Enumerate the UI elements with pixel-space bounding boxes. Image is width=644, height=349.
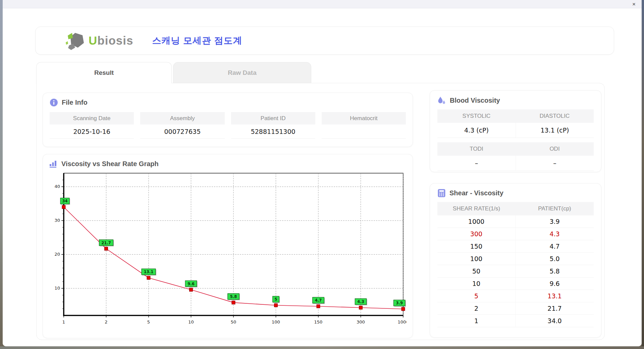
left-column: File Info Scanning Date2025-10-16Assembl… xyxy=(43,90,413,338)
tab-bar: Result Raw Data xyxy=(36,62,311,83)
blood-viscosity-bands: SYSTOLICDIASTOLIC4.3 (cP)13.1 (cP)TODIOD… xyxy=(437,109,594,171)
file-info-field: Assembly000727635 xyxy=(140,112,224,139)
blood-viscosity-band: TODIODI–– xyxy=(437,142,594,171)
table-row: 1504.7 xyxy=(437,240,594,253)
app-title: 스캐닝 모세관 점도계 xyxy=(152,35,242,47)
patient-viscosity-cell: 13.1 xyxy=(516,290,594,302)
close-icon[interactable]: × xyxy=(631,1,637,7)
desktop-edge-right xyxy=(642,0,644,349)
svg-text:21.7: 21.7 xyxy=(101,241,111,245)
shear-rate-cell: 5 xyxy=(437,290,516,302)
file-info-title-row: File Info xyxy=(50,98,406,107)
table-row: 3004.3 xyxy=(437,228,594,240)
table-row: 1005.0 xyxy=(437,253,594,265)
file-info-fields: Scanning Date2025-10-16Assembly000727635… xyxy=(50,112,406,139)
patient-viscosity-cell: 5.8 xyxy=(516,265,594,277)
bv-metric-value: – xyxy=(437,156,516,171)
svg-text:10: 10 xyxy=(188,319,194,325)
file-info-field-label: Assembly xyxy=(140,112,224,124)
file-info-title: File Info xyxy=(62,99,88,106)
svg-text:50: 50 xyxy=(231,319,236,325)
blood-viscosity-band: SYSTOLICDIASTOLIC4.3 (cP)13.1 (cP) xyxy=(437,109,594,138)
shear-rate-cell: 150 xyxy=(437,240,516,252)
shear-viscosity-title-row: Shear - Viscosity xyxy=(437,189,594,197)
logo-letter-u: U xyxy=(89,34,97,47)
svg-text:1000: 1000 xyxy=(397,319,407,325)
svg-text:40: 40 xyxy=(54,184,60,189)
app-window: × Ubiosis 스캐닝 모세관 점도계 Result Raw Data xyxy=(3,0,642,346)
blood-viscosity-title: Blood Viscosity xyxy=(450,97,500,104)
patient-viscosity-cell: 4.7 xyxy=(516,240,594,252)
file-info-field-value xyxy=(322,124,406,139)
patient-viscosity-cell: 5.0 xyxy=(516,253,594,265)
svg-text:5: 5 xyxy=(274,297,277,302)
file-info-field-label: Patient ID xyxy=(231,112,315,124)
svg-text:150: 150 xyxy=(314,319,323,325)
shear-col-header-patient: PATIENT(cp) xyxy=(516,202,594,215)
svg-text:34: 34 xyxy=(62,199,67,203)
svg-text:1: 1 xyxy=(62,319,65,325)
table-row: 134.0 xyxy=(437,315,594,327)
shear-rate-cell: 100 xyxy=(437,253,516,265)
bv-metric-value: 4.3 (cP) xyxy=(437,123,516,138)
graph-card: Viscosity vs Shear Rate Graph 1251050100… xyxy=(43,154,413,338)
blood-viscosity-title-row: Blood Viscosity xyxy=(437,96,594,105)
logo-letters-rest: biosis xyxy=(97,34,133,47)
tab-result[interactable]: Result xyxy=(36,62,172,83)
file-info-field: Patient ID52881151300 xyxy=(231,112,315,139)
blood-viscosity-card: Blood Viscosity SYSTOLICDIASTOLIC4.3 (cP… xyxy=(430,90,601,172)
result-panel: File Info Scanning Date2025-10-16Assembl… xyxy=(36,83,605,340)
info-icon xyxy=(50,98,58,107)
viscosity-chart: 12510501001503001000102030403421.713.19.… xyxy=(49,170,407,332)
bv-metric-value: – xyxy=(516,156,594,171)
svg-text:2: 2 xyxy=(105,319,107,325)
logo-text: Ubiosis xyxy=(89,34,133,47)
svg-text:5: 5 xyxy=(147,319,150,325)
viscosity-chart-svg: 12510501001503001000102030403421.713.19.… xyxy=(49,170,407,331)
table-row: 505.8 xyxy=(437,265,594,278)
bv-metric-value: 13.1 (cP) xyxy=(516,123,594,138)
file-info-field: Scanning Date2025-10-16 xyxy=(50,112,134,139)
patient-viscosity-cell: 3.9 xyxy=(516,215,594,228)
shear-table: SHEAR RATE(1/s) PATIENT(cp) 10003.93004.… xyxy=(437,202,594,327)
file-info-field-value: 000727635 xyxy=(140,124,224,139)
svg-text:4.3: 4.3 xyxy=(357,299,364,304)
ubiosis-logo-icon xyxy=(65,30,87,51)
bar-chart-icon xyxy=(49,160,58,168)
file-info-field-label: Hematocrit xyxy=(322,112,406,124)
table-row: 513.1 xyxy=(437,290,594,302)
shear-table-body: 10003.93004.31504.71005.0505.8109.6513.1… xyxy=(437,215,594,327)
calculator-icon xyxy=(437,189,446,197)
svg-text:9.6: 9.6 xyxy=(187,282,194,286)
ubiosis-logo: Ubiosis xyxy=(65,30,133,51)
tab-raw-data[interactable]: Raw Data xyxy=(173,62,311,83)
svg-text:3.9: 3.9 xyxy=(396,301,403,305)
shear-rate-cell: 10 xyxy=(437,278,516,290)
file-info-field-label: Scanning Date xyxy=(50,112,134,124)
file-info-field: Hematocrit xyxy=(322,112,406,139)
file-info-field-value: 2025-10-16 xyxy=(50,124,134,139)
file-info-field-value: 52881151300 xyxy=(231,124,315,139)
bv-metric-label: SYSTOLIC xyxy=(437,109,516,123)
svg-text:13.1: 13.1 xyxy=(144,269,153,274)
svg-text:4.7: 4.7 xyxy=(315,298,322,303)
shear-rate-cell: 1 xyxy=(437,315,516,327)
patient-viscosity-cell: 21.7 xyxy=(516,302,594,314)
svg-text:5.8: 5.8 xyxy=(230,294,237,299)
svg-text:100: 100 xyxy=(272,319,280,325)
shear-rate-cell: 300 xyxy=(437,228,516,240)
bv-metric-label: TODI xyxy=(437,142,516,156)
app-header-card: Ubiosis 스캐닝 모세관 점도계 xyxy=(35,27,614,55)
shear-col-header-rate: SHEAR RATE(1/s) xyxy=(437,202,516,215)
right-column: Blood Viscosity SYSTOLICDIASTOLIC4.3 (cP… xyxy=(430,90,601,338)
svg-text:20: 20 xyxy=(54,252,60,257)
shear-rate-cell: 50 xyxy=(437,265,516,277)
bv-metric-label: ODI xyxy=(516,142,594,156)
shear-viscosity-title: Shear - Viscosity xyxy=(449,189,503,197)
desktop-edge-bottom xyxy=(0,346,644,349)
table-row: 109.6 xyxy=(437,278,594,290)
window-titlebar: × xyxy=(3,0,642,8)
shear-table-header: SHEAR RATE(1/s) PATIENT(cp) xyxy=(437,202,594,215)
svg-text:10: 10 xyxy=(54,286,60,291)
svg-text:30: 30 xyxy=(54,218,60,223)
